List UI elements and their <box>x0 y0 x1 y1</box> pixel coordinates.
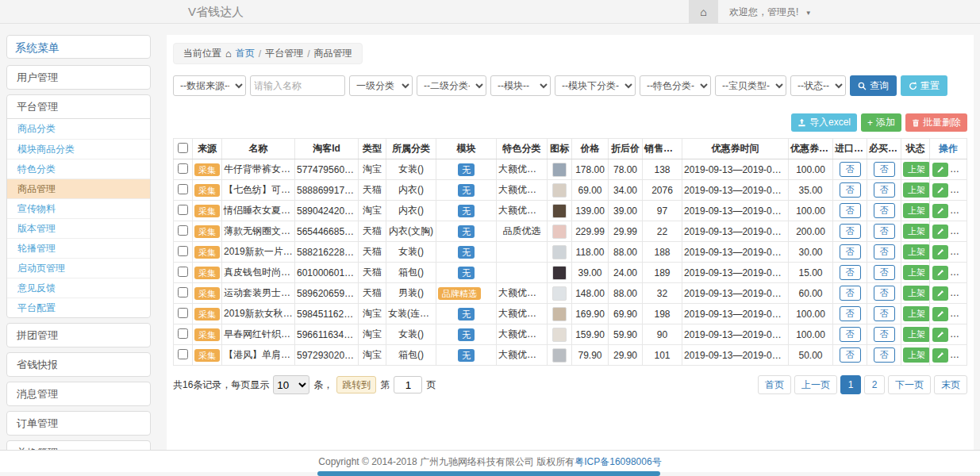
status-button[interactable]: 上架 <box>903 327 930 342</box>
edit-button[interactable] <box>932 266 948 280</box>
level2-category-select[interactable]: --二级分类-- <box>417 75 486 96</box>
edit-button[interactable] <box>932 348 948 363</box>
item-type-select[interactable]: --宝贝类型-- <box>715 75 786 96</box>
page-button[interactable]: 末页 <box>934 375 967 394</box>
module-subcategory-select[interactable]: --模块下分类-- <box>555 75 636 96</box>
status-button[interactable]: 上架 <box>903 162 930 177</box>
import-select-toggle[interactable]: 否 <box>840 182 861 198</box>
name-search-input[interactable] <box>250 75 345 96</box>
page-number-input[interactable] <box>394 376 422 393</box>
coupon-amount: 100.00 <box>789 201 833 221</box>
sidebar-item[interactable]: 省钱快报 <box>7 353 150 376</box>
sidebar-subitem[interactable]: 轮播管理 <box>7 238 150 258</box>
sidebar-subitem[interactable]: 平台配置 <box>7 298 150 317</box>
must-buy-toggle[interactable]: 否 <box>874 327 895 342</box>
must-buy-toggle[interactable]: 否 <box>874 265 895 280</box>
batch-delete-button[interactable]: 批量删除 <box>905 113 967 132</box>
must-buy-toggle[interactable]: 否 <box>874 244 895 259</box>
page-button[interactable]: 下一页 <box>888 375 931 394</box>
sidebar-subitem[interactable]: 特色分类 <box>7 159 150 178</box>
row-checkbox[interactable] <box>178 267 188 277</box>
row-checkbox[interactable] <box>178 184 188 194</box>
edit-button[interactable] <box>932 225 948 239</box>
module-select[interactable]: --模块-- <box>490 75 551 96</box>
column-header: 图标 <box>548 139 572 159</box>
edit-button[interactable] <box>932 163 948 177</box>
sidebar-subitem[interactable]: 宣传物料 <box>7 198 150 218</box>
row-checkbox[interactable] <box>178 205 188 215</box>
home-button[interactable]: ⌂ <box>689 0 718 24</box>
status-select[interactable]: --状态-- <box>790 75 846 96</box>
status-button[interactable]: 上架 <box>903 244 930 259</box>
sidebar-subitem[interactable]: 商品管理 <box>7 178 150 198</box>
edit-button[interactable] <box>932 307 948 321</box>
import-select-toggle[interactable]: 否 <box>840 162 861 177</box>
edit-button[interactable] <box>932 204 948 218</box>
import-select-toggle[interactable]: 否 <box>840 347 861 363</box>
import-select-toggle[interactable]: 否 <box>840 244 861 259</box>
user-menu[interactable]: 欢迎您，管理员! ▼ <box>718 0 823 24</box>
edit-button[interactable] <box>932 183 948 198</box>
row-checkbox[interactable] <box>178 287 188 298</box>
sidebar-subitem[interactable]: 版本管理 <box>7 218 150 238</box>
must-buy-toggle[interactable]: 否 <box>874 306 895 321</box>
sidebar-subitem[interactable]: 商品分类 <box>7 119 150 139</box>
sidebar-item[interactable]: 兑换管理 <box>7 441 150 450</box>
add-button[interactable]: + 添加 <box>861 113 901 132</box>
status-button[interactable]: 上架 <box>903 306 930 321</box>
page-button[interactable]: 上一页 <box>794 375 837 394</box>
status-button[interactable]: 上架 <box>903 265 930 280</box>
page-button[interactable]: 首页 <box>758 375 791 394</box>
import-excel-button[interactable]: 导入excel <box>791 113 857 132</box>
status-button[interactable]: 上架 <box>903 224 930 239</box>
featured-category-select[interactable]: --特色分类-- <box>640 75 711 96</box>
must-buy-toggle[interactable]: 否 <box>874 182 895 198</box>
sidebar-item[interactable]: 消息管理 <box>7 382 150 405</box>
data-source-select[interactable]: --数据来源-- <box>173 75 246 96</box>
must-buy-toggle[interactable]: 否 <box>874 203 895 218</box>
import-select-toggle[interactable]: 否 <box>840 224 861 239</box>
sidebar-subitem[interactable]: 模块商品分类 <box>7 139 150 159</box>
must-buy-toggle[interactable]: 否 <box>874 162 895 177</box>
footer: Copyright © 2014-2018 广州九驰网络科技有限公司 版权所有粤… <box>0 450 980 472</box>
search-button[interactable]: 查询 <box>850 75 897 96</box>
horizontal-scrollbar-thumb[interactable] <box>317 471 660 476</box>
icp-link[interactable]: 粤ICP备16098006号 <box>575 456 661 467</box>
reset-button[interactable]: 重置 <box>901 75 947 96</box>
page-button[interactable]: 2 <box>864 375 885 394</box>
sidebar-item[interactable]: 订单管理 <box>7 412 150 435</box>
row-checkbox[interactable] <box>178 308 188 318</box>
breadcrumb-home-link[interactable]: 首页 <box>236 47 255 60</box>
select-all-checkbox[interactable] <box>178 143 188 153</box>
import-select-toggle[interactable]: 否 <box>840 327 861 342</box>
sidebar-subitem[interactable]: 意见反馈 <box>7 278 150 298</box>
edit-button[interactable] <box>932 286 948 301</box>
sidebar-item[interactable]: 拼团管理 <box>7 324 150 347</box>
must-buy-toggle[interactable]: 否 <box>874 347 895 363</box>
level1-category-select[interactable]: 一级分类 <box>349 75 413 96</box>
edit-button[interactable] <box>932 245 948 259</box>
sidebar-item[interactable]: 平台管理 <box>7 95 150 118</box>
row-checkbox[interactable] <box>178 225 188 236</box>
import-select-toggle[interactable]: 否 <box>840 265 861 280</box>
must-buy-toggle[interactable]: 否 <box>874 224 895 239</box>
import-select-toggle[interactable]: 否 <box>840 203 861 218</box>
import-select-toggle[interactable]: 否 <box>840 286 861 301</box>
row-checkbox[interactable] <box>178 246 188 256</box>
sidebar-item[interactable]: 用户管理 <box>7 66 150 89</box>
sidebar: 系统菜单 用户管理平台管理商品分类模块商品分类特色分类商品管理宣传物料版本管理轮… <box>6 35 151 450</box>
import-select-toggle[interactable]: 否 <box>840 306 861 321</box>
must-buy-toggle[interactable]: 否 <box>874 286 895 301</box>
status-button[interactable]: 上架 <box>903 182 930 198</box>
edit-button[interactable] <box>932 328 948 342</box>
status-button[interactable]: 上架 <box>903 286 930 301</box>
sidebar-subitem[interactable]: 启动页管理 <box>7 258 150 278</box>
row-checkbox[interactable] <box>178 328 188 339</box>
status-button[interactable]: 上架 <box>903 347 930 363</box>
per-page-select[interactable]: 10 <box>273 375 309 394</box>
row-checkbox[interactable] <box>178 163 188 174</box>
jump-button[interactable]: 跳转到 <box>336 376 376 393</box>
page-button[interactable]: 1 <box>840 375 861 394</box>
status-button[interactable]: 上架 <box>903 203 930 218</box>
row-checkbox[interactable] <box>178 349 188 359</box>
